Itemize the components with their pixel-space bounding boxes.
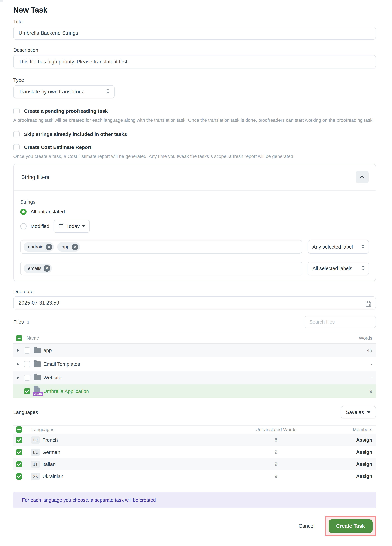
file-row-app[interactable]: app 45 [13,344,376,357]
label-filter-row-2: emails ✕ All selected labels [20,262,369,275]
tag-chip-label: app [62,244,69,249]
files-count-badge: 1 [27,320,29,324]
files-table: Name Words app 45 Email Templates - Webs… [13,333,376,398]
modified-range-value: Today [66,223,79,229]
language-row-german[interactable]: DE German 9 Assign [13,446,376,458]
search-files-input[interactable] [305,316,376,328]
proofreading-checkbox[interactable] [13,108,20,114]
create-task-button[interactable]: Create Task [329,520,372,533]
language-code-badge: IT [31,461,40,468]
folder-icon [33,348,41,353]
label-mode-value-1: Any selected label [313,244,353,250]
description-label: Description [13,47,376,53]
modified-radio-row[interactable]: Modified Today [20,220,369,233]
assign-link[interactable]: Assign [329,462,372,467]
language-name: German [42,449,60,455]
remove-tag-icon[interactable]: ✕ [44,265,50,272]
select-all-languages-checkbox[interactable] [16,427,22,433]
language-row-ukrainian[interactable]: УК Ukrainian 9 Assign [13,470,376,482]
language-name: Ukrainian [42,474,63,479]
minus-icon [17,338,21,339]
file-words: 9 [370,389,372,394]
language-name: French [42,437,58,443]
annotation-highlight-box: Create Task [325,516,376,536]
remove-tag-icon[interactable]: ✕ [72,244,78,250]
file-name: Email Templates [44,361,80,367]
caret-down-icon [82,225,85,227]
proofreading-checkbox-row[interactable]: Create a pending proofreading task [13,108,376,114]
expand-caret-icon[interactable] [17,363,19,365]
language-checkbox[interactable] [16,449,22,455]
tag-chip-label: android [28,244,43,249]
type-select[interactable]: Translate by own translators [13,85,115,98]
all-untranslated-radio-row[interactable]: All untranslated [20,208,369,215]
calendar-icon[interactable] [366,301,371,308]
language-name: Italian [42,462,56,467]
file-checkbox[interactable] [24,347,30,354]
label-mode-select-2[interactable]: All selected labels [308,262,369,275]
save-as-label: Save as [346,409,364,415]
untranslated-words-value: 9 [223,449,329,455]
assign-link[interactable]: Assign [329,449,372,455]
language-row-italian[interactable]: IT Italian 9 Assign [13,458,376,470]
languages-column-untranslated: Untranslated Words [223,427,329,432]
assign-link[interactable]: Assign [329,474,372,479]
type-select-value: Translate by own translators [19,89,83,95]
file-words: - [371,375,372,380]
file-row-website[interactable]: Website - [13,371,376,384]
updown-arrows-icon [361,265,365,272]
skip-strings-checkbox[interactable] [13,131,20,137]
language-row-french[interactable]: FR French 6 Assign [13,434,376,446]
remove-tag-icon[interactable]: ✕ [46,244,52,250]
expand-caret-icon[interactable] [17,376,19,379]
all-untranslated-radio[interactable] [20,209,26,215]
cost-estimate-checkbox[interactable] [13,144,20,150]
skip-strings-checkbox-row[interactable]: Skip strings already included in other t… [13,131,376,137]
cost-estimate-checkbox-label: Create Cost Estimate Report [24,144,91,150]
form-footer: Cancel Create Task [13,516,376,536]
cancel-button[interactable]: Cancel [298,523,316,529]
file-name: Website [44,375,61,380]
modified-radio[interactable] [20,223,26,229]
file-checkbox[interactable] [24,375,30,381]
languages-table-header: Languages Untranslated Words Members [13,425,376,434]
label-mode-select-1[interactable]: Any selected label [308,240,369,254]
files-column-words: Words [359,336,372,341]
file-checkbox[interactable] [24,388,30,394]
language-code-badge: УК [31,473,40,480]
select-all-files-checkbox[interactable] [16,335,22,341]
assign-link[interactable]: Assign [329,437,372,443]
file-name: app [44,348,52,353]
strings-label: Strings [20,199,369,205]
string-filters-card: String filters Strings All untranslated … [13,164,376,281]
chevron-up-icon [359,175,365,179]
save-as-button[interactable]: Save as [341,406,376,418]
updown-arrows-icon [106,88,110,96]
file-checkbox[interactable] [24,361,30,367]
expand-caret-icon[interactable] [17,349,19,352]
languages-table: Languages Untranslated Words Members FR … [13,425,376,482]
title-input[interactable] [13,26,376,39]
new-task-form: New Task Title Description Type Translat… [0,0,392,536]
language-checkbox[interactable] [16,437,22,443]
cost-estimate-checkbox-row[interactable]: Create Cost Estimate Report [13,144,376,150]
updown-arrows-icon [361,244,365,250]
due-date-input[interactable] [13,297,376,309]
modified-range-button[interactable]: Today [54,220,90,233]
files-table-header: Name Words [13,333,376,344]
description-input[interactable] [13,55,376,68]
page-title: New Task [13,5,376,15]
file-words: - [371,361,372,367]
file-row-umbrella-application[interactable]: JSON Umbrella Application 9 [13,384,376,398]
language-checkbox[interactable] [16,461,22,468]
file-row-email-templates[interactable]: Email Templates - [13,357,376,371]
proofreading-help-text: A proofreading task will be created for … [13,117,376,124]
labels-input-1[interactable]: android ✕ app ✕ [20,240,302,254]
json-file-icon: JSON [33,386,41,395]
corner-artifact [0,0,3,2]
language-checkbox[interactable] [16,473,22,480]
labels-input-2[interactable]: emails ✕ [20,262,302,275]
folder-icon [33,375,41,380]
untranslated-words-value: 9 [223,474,329,479]
collapse-filters-button[interactable] [356,171,369,183]
